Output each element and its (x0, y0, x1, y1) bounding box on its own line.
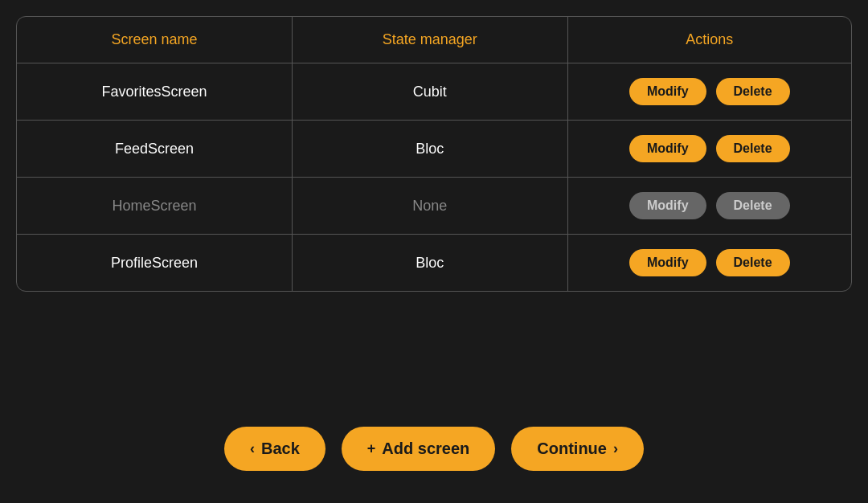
modify-button-2[interactable]: Modify (629, 192, 706, 219)
modify-button-0[interactable]: Modify (629, 78, 706, 105)
cell-screen-name: HomeScreen (17, 178, 293, 235)
cell-screen-name: ProfileScreen (17, 235, 293, 292)
table-header-row: Screen name State manager Actions (17, 17, 851, 63)
delete-button-1[interactable]: Delete (716, 135, 790, 162)
cell-actions: ModifyDelete (567, 235, 851, 292)
delete-button-3[interactable]: Delete (716, 249, 790, 276)
continue-icon: › (613, 440, 618, 457)
modify-button-1[interactable]: Modify (629, 135, 706, 162)
cell-actions: ModifyDelete (567, 121, 851, 178)
table-row: FavoritesScreenCubitModifyDelete (17, 63, 851, 121)
table-row: ProfileScreenBlocModifyDelete (17, 235, 851, 292)
back-icon: ‹ (250, 440, 255, 457)
back-button[interactable]: ‹ Back (224, 427, 326, 471)
cell-actions: ModifyDelete (567, 178, 851, 235)
cell-state-manager: Cubit (293, 63, 568, 121)
screens-table-wrapper: Screen name State manager Actions Favori… (16, 16, 852, 292)
cell-state-manager: Bloc (293, 235, 568, 292)
screens-table: Screen name State manager Actions Favori… (17, 17, 851, 291)
delete-button-0[interactable]: Delete (716, 78, 790, 105)
add-screen-label: Add screen (382, 440, 469, 458)
col-header-actions: Actions (567, 17, 851, 63)
col-header-state-manager: State manager (293, 17, 568, 63)
modify-button-3[interactable]: Modify (629, 249, 706, 276)
continue-button[interactable]: Continue › (511, 427, 644, 471)
actions-cell: ModifyDelete (584, 78, 835, 105)
add-screen-button[interactable]: + Add screen (342, 427, 495, 471)
cell-screen-name: FeedScreen (17, 121, 293, 178)
continue-label: Continue (537, 440, 607, 458)
cell-state-manager: Bloc (293, 121, 568, 178)
cell-state-manager: None (293, 178, 568, 235)
table-row: FeedScreenBlocModifyDelete (17, 121, 851, 178)
delete-button-2[interactable]: Delete (716, 192, 790, 219)
actions-cell: ModifyDelete (584, 192, 835, 219)
col-header-screen-name: Screen name (17, 17, 293, 63)
actions-cell: ModifyDelete (584, 249, 835, 276)
cell-screen-name: FavoritesScreen (17, 63, 293, 121)
table-row: HomeScreenNoneModifyDelete (17, 178, 851, 235)
cell-actions: ModifyDelete (567, 63, 851, 121)
main-container: Screen name State manager Actions Favori… (0, 0, 868, 503)
bottom-bar: ‹ Back + Add screen Continue › (224, 427, 644, 479)
back-label: Back (261, 440, 300, 458)
actions-cell: ModifyDelete (584, 135, 835, 162)
add-icon: + (367, 440, 376, 457)
